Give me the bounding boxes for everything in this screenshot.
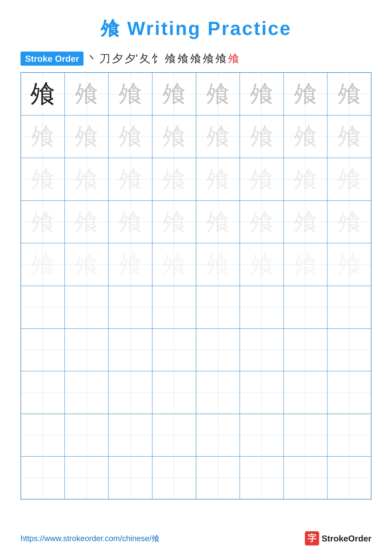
grid-cell-5-3[interactable]: 飧 bbox=[108, 243, 152, 286]
grid-cell-8-3[interactable] bbox=[108, 371, 152, 414]
grid-cell-5-2[interactable]: 飧 bbox=[65, 243, 108, 286]
grid-cell-4-8[interactable]: 飧 bbox=[327, 201, 371, 243]
grid-cell-10-8[interactable] bbox=[327, 456, 371, 499]
char-light: 飧 bbox=[250, 121, 274, 153]
grid-cell-6-2[interactable] bbox=[65, 286, 108, 329]
stroke-12: 飧 bbox=[228, 51, 239, 66]
char-light: 飧 bbox=[337, 163, 361, 195]
grid-cell-4-4[interactable]: 飧 bbox=[152, 201, 196, 243]
grid-cell-2-7[interactable]: 飧 bbox=[284, 115, 327, 158]
grid-cell-6-5[interactable] bbox=[196, 286, 240, 329]
stroke-9: 飧 bbox=[190, 51, 201, 66]
grid-cell-6-1[interactable] bbox=[21, 286, 65, 329]
grid-cell-5-4[interactable]: 飧 bbox=[152, 243, 196, 286]
grid-cell-10-6[interactable] bbox=[240, 456, 284, 499]
grid-cell-5-7[interactable]: 飧 bbox=[284, 243, 327, 286]
grid-cell-1-3[interactable]: 飧 bbox=[108, 73, 152, 115]
char-light: 飧 bbox=[337, 248, 361, 280]
grid-cell-2-6[interactable]: 飧 bbox=[240, 115, 284, 158]
grid-cell-9-8[interactable] bbox=[327, 414, 371, 457]
grid-cell-9-7[interactable] bbox=[284, 414, 327, 457]
grid-cell-8-6[interactable] bbox=[240, 371, 284, 414]
grid-cell-6-7[interactable] bbox=[284, 286, 327, 329]
grid-cell-9-2[interactable] bbox=[65, 414, 108, 457]
grid-cell-6-6[interactable] bbox=[240, 286, 284, 329]
footer-url-link[interactable]: https://www.strokeorder.com/chinese/飧 bbox=[21, 533, 159, 544]
grid-cell-5-6[interactable]: 飧 bbox=[240, 243, 284, 286]
grid-cell-9-5[interactable] bbox=[196, 414, 240, 457]
grid-cell-7-2[interactable] bbox=[65, 329, 108, 371]
char-light: 飧 bbox=[162, 206, 186, 238]
grid-cell-8-2[interactable] bbox=[65, 371, 108, 414]
grid-cell-8-8[interactable] bbox=[327, 371, 371, 414]
grid-cell-1-5[interactable]: 飧 bbox=[196, 73, 240, 115]
grid-cell-9-6[interactable] bbox=[240, 414, 284, 457]
grid-cell-10-5[interactable] bbox=[196, 456, 240, 499]
grid-cell-2-5[interactable]: 飧 bbox=[196, 115, 240, 158]
grid-cell-1-1[interactable]: 飧 bbox=[21, 73, 65, 115]
grid-cell-8-1[interactable] bbox=[21, 371, 65, 414]
grid-cell-5-5[interactable]: 飧 bbox=[196, 243, 240, 286]
grid-cell-2-3[interactable]: 飧 bbox=[108, 115, 152, 158]
grid-cell-3-8[interactable]: 飧 bbox=[327, 158, 371, 201]
grid-cell-5-8[interactable]: 飧 bbox=[327, 243, 371, 286]
grid-cell-3-7[interactable]: 飧 bbox=[284, 158, 327, 201]
grid-cell-7-6[interactable] bbox=[240, 329, 284, 371]
stroke-3: 夕 bbox=[112, 51, 123, 66]
grid-cell-6-3[interactable] bbox=[108, 286, 152, 329]
grid-cell-8-4[interactable] bbox=[152, 371, 196, 414]
char-light: 飧 bbox=[162, 121, 186, 153]
grid-cell-9-3[interactable] bbox=[108, 414, 152, 457]
grid-cell-8-5[interactable] bbox=[196, 371, 240, 414]
grid-cell-7-1[interactable] bbox=[21, 329, 65, 371]
stroke-1: 丶 bbox=[87, 51, 98, 66]
grid-cell-1-4[interactable]: 飧 bbox=[152, 73, 196, 115]
grid-cell-10-7[interactable] bbox=[284, 456, 327, 499]
char-light: 飧 bbox=[337, 206, 361, 238]
grid-cell-7-4[interactable] bbox=[152, 329, 196, 371]
grid-cell-9-4[interactable] bbox=[152, 414, 196, 457]
grid-cell-7-8[interactable] bbox=[327, 329, 371, 371]
grid-cell-4-5[interactable]: 飧 bbox=[196, 201, 240, 243]
grid-cell-7-7[interactable] bbox=[284, 329, 327, 371]
grid-cell-5-1[interactable]: 飧 bbox=[21, 243, 65, 286]
strokeorder-logo-icon: 字 bbox=[305, 531, 319, 546]
char-light: 飧 bbox=[75, 78, 98, 110]
grid-cell-1-6[interactable]: 飧 bbox=[240, 73, 284, 115]
grid-cell-10-1[interactable] bbox=[21, 456, 65, 499]
char-light: 飧 bbox=[31, 121, 55, 153]
grid-cell-1-7[interactable]: 飧 bbox=[284, 73, 327, 115]
char-light: 飧 bbox=[250, 206, 274, 238]
grid-cell-3-4[interactable]: 飧 bbox=[152, 158, 196, 201]
grid-cell-2-2[interactable]: 飧 bbox=[65, 115, 108, 158]
grid-cell-10-3[interactable] bbox=[108, 456, 152, 499]
char-light: 飧 bbox=[294, 163, 317, 195]
grid-cell-1-8[interactable]: 飧 bbox=[327, 73, 371, 115]
grid-cell-3-2[interactable]: 飧 bbox=[65, 158, 108, 201]
grid-cell-4-7[interactable]: 飧 bbox=[284, 201, 327, 243]
grid-cell-7-5[interactable] bbox=[196, 329, 240, 371]
stroke-order-badge: Stroke Order bbox=[21, 51, 84, 66]
char-light: 飧 bbox=[31, 248, 55, 280]
grid-cell-4-2[interactable]: 飧 bbox=[65, 201, 108, 243]
grid-cell-2-8[interactable]: 飧 bbox=[327, 115, 371, 158]
grid-cell-3-6[interactable]: 飧 bbox=[240, 158, 284, 201]
grid-cell-1-2[interactable]: 飧 bbox=[65, 73, 108, 115]
grid-cell-10-2[interactable] bbox=[65, 456, 108, 499]
grid-cell-4-1[interactable]: 飧 bbox=[21, 201, 65, 243]
grid-cell-6-8[interactable] bbox=[327, 286, 371, 329]
grid-cell-2-1[interactable]: 飧 bbox=[21, 115, 65, 158]
grid-cell-8-7[interactable] bbox=[284, 371, 327, 414]
grid-cell-10-4[interactable] bbox=[152, 456, 196, 499]
grid-cell-4-3[interactable]: 飧 bbox=[108, 201, 152, 243]
grid-cell-2-4[interactable]: 飧 bbox=[152, 115, 196, 158]
grid-cell-6-4[interactable] bbox=[152, 286, 196, 329]
grid-cell-7-3[interactable] bbox=[108, 329, 152, 371]
grid-cell-3-3[interactable]: 飧 bbox=[108, 158, 152, 201]
stroke-11: 飧 bbox=[215, 51, 227, 66]
grid-cell-4-6[interactable]: 飧 bbox=[240, 201, 284, 243]
grid-cell-3-1[interactable]: 飧 bbox=[21, 158, 65, 201]
grid-cell-9-1[interactable] bbox=[21, 414, 65, 457]
stroke-10: 飧 bbox=[203, 51, 214, 66]
grid-cell-3-5[interactable]: 飧 bbox=[196, 158, 240, 201]
